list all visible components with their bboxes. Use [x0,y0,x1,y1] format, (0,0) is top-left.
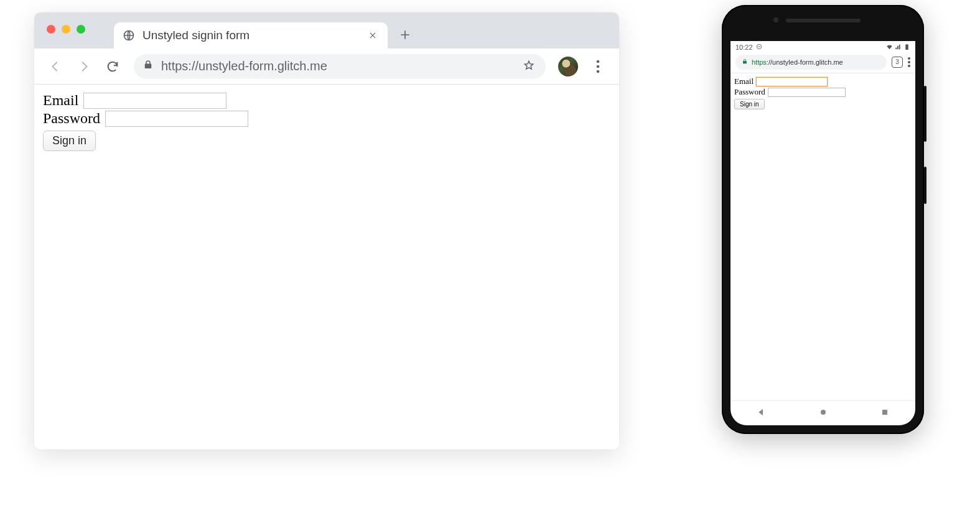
do-not-disturb-icon [756,44,762,51]
tab-switcher-button[interactable]: 3 [892,57,903,68]
lock-icon [142,59,154,73]
mobile-device-frame: 10:22 [722,5,924,434]
password-label-mobile: Password [734,87,765,97]
page-content-mobile: Email Password Sign in [730,73,915,400]
url-text-mobile: https://unstyled-form.glitch.me [752,58,880,66]
svg-point-1 [597,60,600,63]
status-time: 10:22 [735,44,753,51]
svg-rect-6 [882,410,887,415]
window-zoom-button[interactable] [77,25,85,34]
battery-icon [903,44,910,52]
browser-menu-button[interactable] [586,54,610,79]
browser-menu-button-mobile[interactable] [908,57,910,67]
mobile-screen: 10:22 [730,41,915,425]
wifi-icon [886,44,893,52]
lock-icon [742,58,748,66]
reload-button[interactable] [100,54,125,79]
phone-power-button [924,167,926,204]
browser-tab[interactable]: Unstyled signin form [114,22,388,48]
page-content-desktop: Email Password Sign in [34,85,619,450]
new-tab-button[interactable] [394,24,416,46]
svg-point-3 [597,70,600,73]
signal-icon [895,44,902,52]
svg-point-2 [597,65,600,68]
nav-back-icon[interactable] [757,407,767,420]
back-button[interactable] [43,54,68,79]
browser-toolbar: https://unstyled-form.glitch.me [34,48,619,85]
address-bar-mobile[interactable]: https://unstyled-form.glitch.me [735,55,887,70]
svg-point-5 [821,410,826,415]
window-close-button[interactable] [47,25,55,34]
forward-button[interactable] [72,54,96,79]
nav-home-icon[interactable] [818,407,828,420]
window-minimize-button[interactable] [62,25,70,34]
url-text: https://unstyled-form.glitch.me [161,59,516,73]
tab-title: Unstyled signin form [142,29,359,42]
status-bar: 10:22 [730,41,915,53]
globe-icon [123,29,135,42]
tab-strip: Unstyled signin form [34,12,619,48]
phone-volume-button [924,86,926,142]
signin-button[interactable]: Sign in [43,131,96,151]
profile-avatar[interactable] [558,57,578,76]
email-input-mobile[interactable] [756,77,828,86]
email-input[interactable] [83,93,226,109]
window-controls [47,25,85,34]
signin-button-mobile[interactable]: Sign in [734,99,765,109]
android-nav-bar [730,400,915,425]
close-icon[interactable] [366,29,379,42]
bookmark-star-icon[interactable] [523,60,537,73]
address-bar[interactable]: https://unstyled-form.glitch.me [134,54,546,79]
email-label: Email [43,92,78,109]
email-label-mobile: Email [734,76,754,86]
nav-recents-icon[interactable] [880,407,890,420]
password-input-mobile[interactable] [768,88,846,97]
tab-count: 3 [895,58,899,65]
password-label: Password [43,110,100,127]
desktop-browser-window: Unstyled signin form https://unstyled-fo… [34,12,619,450]
mobile-browser-toolbar: https://unstyled-form.glitch.me 3 [730,53,915,73]
password-input[interactable] [105,111,248,127]
